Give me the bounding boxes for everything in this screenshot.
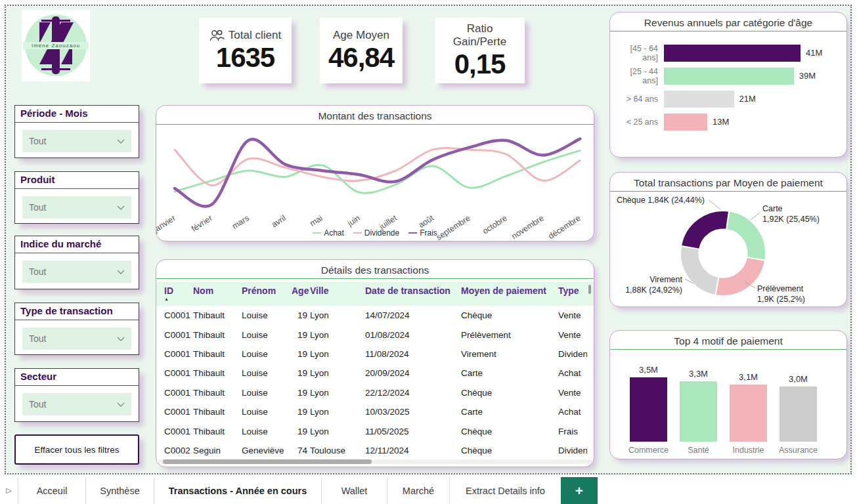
table-cell: Louise — [242, 368, 292, 378]
kpi-value: 46,84 — [328, 43, 394, 72]
tab-extract-details-info[interactable]: Extract Details info — [449, 477, 561, 504]
bar--45-64-ans-[interactable] — [664, 45, 801, 62]
line-chart-panel: Montant des transactions janvierfévrierm… — [156, 105, 594, 242]
table-title: Détails des transactions — [156, 260, 594, 278]
table-row[interactable]: C0002SeguinGeneviève74Toulouse12/11/2024… — [156, 441, 594, 460]
bar--64-ans[interactable] — [664, 91, 734, 108]
slicer-type-transaction: Type de transaction Tout — [14, 303, 139, 355]
table-cell: Chèque — [461, 446, 558, 455]
table-row[interactable]: C0001ThibaultLouise19Lyon14/07/2024Chèqu… — [156, 306, 594, 325]
column-bar-santé[interactable] — [680, 381, 717, 442]
column-bar-commerce[interactable] — [630, 377, 667, 442]
table-cell: Dividende — [558, 446, 587, 455]
slicer-periode-mois: Période - Mois Tout — [14, 105, 139, 158]
kpi-title: Total client — [209, 29, 281, 42]
chart-title: Montant des transactions — [156, 106, 594, 124]
clear-filters-button[interactable]: Effacer tous les filtres — [14, 434, 139, 465]
slicer-dropdown[interactable]: Tout — [22, 393, 131, 415]
x-axis-label: avril — [270, 213, 288, 229]
column-category-label: Santé — [688, 446, 709, 455]
slicer-dropdown[interactable]: Tout — [22, 261, 131, 283]
table-cell: Lyon — [310, 427, 365, 436]
legend-swatch — [353, 232, 362, 234]
column-assurance: 3,0MAssurance — [780, 374, 817, 455]
table-row[interactable]: C0001ThibaultLouise19Lyon20/09/2024Carte… — [156, 364, 594, 383]
table-row[interactable]: C0001ThibaultLouise19Lyon10/03/2025Carte… — [156, 402, 594, 421]
column-commerce: 3,5MCommerce — [630, 365, 667, 455]
table-row[interactable]: C0001ThibaultLouise19Lyon01/08/2024Prélè… — [156, 325, 594, 344]
table-row[interactable]: C0001ThibaultLouise19Lyon11/08/2024Virem… — [156, 345, 594, 364]
tab-synthese[interactable]: Synthèse — [85, 477, 154, 504]
table-body: C0001ThibaultLouise19Lyon14/07/2024Chèqu… — [156, 306, 594, 460]
column-header-moyen-de-paiement[interactable]: Moyen de paiement — [461, 286, 558, 301]
bar-value-label: 21M — [739, 94, 756, 104]
kpi-value: 1635 — [216, 43, 275, 72]
chart-legend: AchatDividendeFrais — [156, 228, 594, 238]
table-row[interactable]: C0001ThibaultLouise19Lyon11/05/2025Chèqu… — [156, 421, 594, 440]
donut-label-virement: Virement1,88K (24,92%) — [625, 275, 682, 295]
table-cell: Achat — [558, 368, 587, 378]
column-value-label: 3,0M — [789, 374, 808, 384]
tab-wallet[interactable]: Wallet — [321, 477, 387, 504]
bar-row: [45 - 64 ans]41M — [617, 41, 844, 64]
table-cell: Lyon — [310, 310, 365, 320]
column-bar-assurance[interactable] — [780, 387, 817, 442]
table-cell: Thibault — [193, 349, 242, 359]
table-cell: C0002 — [164, 446, 193, 455]
column-category-label: Assurance — [779, 446, 818, 455]
table-cell: Lyon — [310, 368, 365, 378]
column-header-date-de-transaction[interactable]: Date de transaction — [365, 286, 461, 301]
column-header-id[interactable]: ID▲ — [164, 286, 193, 301]
title-underline — [156, 278, 594, 279]
table-cell: C0001 — [164, 349, 193, 359]
tab-acceuil[interactable]: Acceuil — [18, 477, 85, 504]
scrollbar-thumb[interactable] — [163, 459, 372, 464]
page-tab-bar: ▷ Acceuil Synthèse Transactions - Année … — [0, 477, 857, 504]
table-cell: Carte — [461, 368, 558, 378]
table-cell: Toulouse — [310, 446, 365, 455]
tab-transactions-annee-en-cours[interactable]: Transactions - Année en cours — [154, 477, 321, 504]
table-cell: 01/08/2024 — [365, 330, 461, 340]
table-row[interactable]: C0001ThibaultLouise19Lyon22/12/2024Chèqu… — [156, 383, 594, 402]
donut-slice-carte[interactable] — [726, 211, 766, 261]
legend-item-frais[interactable]: Frais — [408, 228, 437, 238]
x-axis-label: août — [416, 213, 435, 230]
bar-value-label: 39M — [799, 71, 816, 81]
table-cell: Carte — [461, 407, 558, 417]
slicer-dropdown[interactable]: Tout — [22, 196, 131, 219]
tab-marche[interactable]: Marché — [387, 477, 449, 504]
revenue-by-age-panel: Revenus annuels par catégorie d'âge [45 … — [609, 12, 847, 158]
table-cell: Thibault — [193, 407, 242, 417]
column-header-nom[interactable]: Nom — [193, 286, 242, 301]
column-bar-industrie[interactable] — [730, 385, 767, 442]
bar-row: [25 - 44 ans]39M — [617, 64, 844, 87]
slicer-dropdown[interactable]: Tout — [22, 327, 131, 350]
table-cell: Seguin — [193, 446, 242, 455]
bar--25-44-ans-[interactable] — [664, 68, 794, 85]
legend-item-dividende[interactable]: Dividende — [353, 228, 399, 238]
column-category-label: Commerce — [628, 446, 669, 455]
add-page-button[interactable]: + — [561, 477, 598, 504]
donut-slice-chèque[interactable] — [681, 211, 729, 249]
horizontal-scrollbar[interactable] — [158, 459, 592, 464]
chevron-down-icon — [117, 270, 125, 274]
table-cell: Thibault — [193, 427, 242, 436]
people-icon — [209, 29, 225, 41]
column-header-type[interactable]: Type — [558, 286, 587, 301]
slicer-dropdown[interactable]: Tout — [22, 130, 131, 152]
table-cell: C0001 — [164, 388, 193, 398]
slicer-title: Type de transaction — [20, 305, 113, 316]
expand-pages-icon[interactable]: ▷ — [0, 477, 18, 504]
table-cell: Louise — [242, 427, 292, 436]
column-header-ville[interactable]: Ville — [310, 286, 365, 301]
slicer-secteur: Secteur Tout — [14, 368, 139, 422]
table-cell: Louise — [242, 388, 292, 398]
column-header-age[interactable]: Age — [292, 286, 310, 301]
legend-item-achat[interactable]: Achat — [313, 228, 344, 238]
chevron-down-icon — [117, 139, 125, 144]
vertical-scrollbar[interactable] — [588, 285, 591, 294]
logo-text: Imène Zaouzaou — [23, 42, 89, 49]
bar--25-ans[interactable] — [664, 114, 707, 131]
column-header-prénom[interactable]: Prénom — [242, 286, 292, 301]
donut-slice-virement[interactable] — [680, 246, 718, 295]
